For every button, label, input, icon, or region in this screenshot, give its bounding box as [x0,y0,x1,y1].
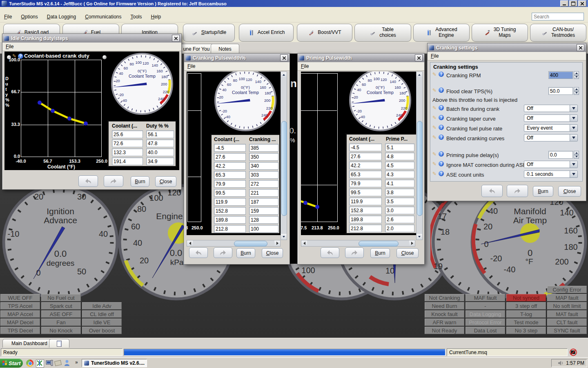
spinner[interactable] [574,151,579,159]
table-cell[interactable]: 42.2 [349,162,382,169]
dialog-close-button[interactable] [280,54,288,61]
table-cell[interactable]: 191.4 [112,157,143,165]
toolbar-can-bus[interactable]: CAN-bus/ Testmodes [530,24,586,42]
dialog-titlebar[interactable]: Cranking settings [428,43,586,52]
table-cell[interactable]: 27.6 [349,153,382,160]
undo-button[interactable] [78,175,98,187]
burn-button[interactable]: Burn [131,176,149,187]
edit-icon[interactable]: ✎ [432,162,437,166]
speaker-icon[interactable] [558,360,564,366]
scroll-down-arrow[interactable] [281,234,287,240]
table-cell[interactable]: 99.5 [349,188,382,196]
scroll-right-arrow[interactable] [409,240,415,246]
close-button[interactable]: Close [396,248,419,258]
help-icon[interactable]: ? [439,72,444,77]
priming-delay-input[interactable]: 0.0 [548,151,573,159]
help-icon[interactable]: ? [439,125,444,130]
table-cell[interactable]: 34.9 [146,157,174,165]
spinner[interactable] [574,71,579,79]
table-cell[interactable]: 4.8 [385,153,414,160]
table-cell[interactable]: 187 [249,198,278,206]
help-icon[interactable]: ? [439,135,444,140]
table-cell[interactable]: 47.8 [146,139,174,147]
table-cell[interactable]: 272 [249,180,278,188]
redo-button[interactable] [104,175,123,187]
ase-units-dropdown[interactable]: 0.1 seconds [524,171,578,178]
edit-icon[interactable]: ✎ [432,152,437,157]
table-cell[interactable]: 2.0 [385,224,414,232]
table-cell[interactable]: 3.0 [385,206,414,214]
menu-file[interactable]: File [4,14,12,20]
chrome-icon[interactable] [26,359,33,367]
batch-fire-dropdown[interactable]: Off [524,105,578,112]
redo-button[interactable] [507,185,528,197]
table-cell[interactable]: -4.5 [214,144,246,152]
scrollbar-thumb[interactable] [281,121,287,216]
tab-main-dashboard[interactable]: Main Dashboard [2,339,56,348]
table-cell[interactable]: 99.5 [214,189,246,197]
table-cell[interactable]: 79.9 [349,180,382,187]
pulse-rate-dropdown[interactable]: Every event [524,124,578,132]
scrollbar-thumb[interactable] [234,241,267,247]
edit-icon[interactable]: ✎ [432,135,437,140]
redo-button[interactable] [214,247,232,258]
quick-launch-icon[interactable] [64,359,71,367]
table-cell[interactable]: 72.6 [112,139,143,147]
scroll-left-arrow[interactable] [187,240,193,246]
table-cell[interactable]: 212.8 [349,224,382,232]
taper-curve-dropdown[interactable]: Off [524,114,578,122]
scroll-right-arrow[interactable] [274,240,280,246]
ball-icon[interactable] [102,55,107,59]
toolbar-table-choices[interactable]: Table choices [354,24,411,42]
help-icon[interactable]: ? [439,151,444,157]
close-button[interactable] [578,0,586,7]
table-cell[interactable]: 25.6 [112,130,143,138]
spinner[interactable] [574,87,579,95]
table-cell[interactable]: 303 [249,171,278,179]
ignore-mat-dropdown[interactable]: Off [524,161,578,168]
table-cell[interactable]: 189.8 [349,215,382,223]
edit-icon[interactable]: ✎ [432,171,437,176]
table-cell[interactable]: -4.5 [349,144,382,151]
help-icon[interactable]: ? [439,161,444,166]
table-cell[interactable]: 159 [249,207,278,215]
table-cell[interactable]: 79.9 [214,180,246,188]
quick-launch-icon[interactable] [36,359,44,368]
horizontal-scrollbar[interactable] [301,240,415,247]
dialog-close-button[interactable] [577,44,584,51]
menu-communications[interactable]: Communications [85,14,121,20]
table-cell[interactable]: 350 [249,153,278,161]
new-dashboard-tab-button[interactable] [49,339,69,348]
menu-help[interactable]: Help [151,14,161,20]
menu-file[interactable]: File [187,63,195,69]
flood-clear-input[interactable]: 50.0 [548,87,573,95]
help-icon[interactable]: ? [439,171,444,176]
chart-plot-area[interactable] [21,60,102,157]
table-cell[interactable]: 4.1 [385,180,414,187]
scrollbar-thumb[interactable] [417,121,423,216]
dialog-close-button[interactable] [415,54,423,61]
dialog-titlebar[interactable]: Priming Pulsewidth [298,54,424,62]
quick-launch-icon[interactable] [54,360,62,366]
help-icon[interactable]: ? [439,105,444,110]
table-cell[interactable]: 56.1 [146,130,174,138]
toolbar-startup-idle[interactable]: Startup/Idle [183,24,235,42]
help-icon[interactable]: ? [439,88,444,93]
menu-file[interactable]: File [6,44,13,49]
edit-icon[interactable]: ✎ [432,88,437,93]
blended-curves-dropdown[interactable]: Off [524,134,578,141]
undo-button[interactable] [321,247,339,258]
undo-button[interactable] [189,247,208,258]
burn-button[interactable]: Burn [533,186,553,197]
undo-button[interactable] [481,185,503,197]
close-button[interactable]: Close [262,248,283,258]
tab-notes[interactable]: Notes [211,44,239,54]
toolbar-3d-tuning-maps[interactable]: 3D Tuning Maps [472,24,528,42]
table-cell[interactable]: 4.5 [385,162,414,169]
table-cell[interactable]: 152.8 [349,206,382,214]
scroll-up-arrow[interactable] [281,72,287,78]
table-cell[interactable]: 65.3 [214,171,246,179]
scrollbar-thumb[interactable] [359,241,399,247]
quick-launch-icon[interactable] [46,359,53,367]
toolbar-boost-vvt[interactable]: Boost/VVT [297,24,352,42]
